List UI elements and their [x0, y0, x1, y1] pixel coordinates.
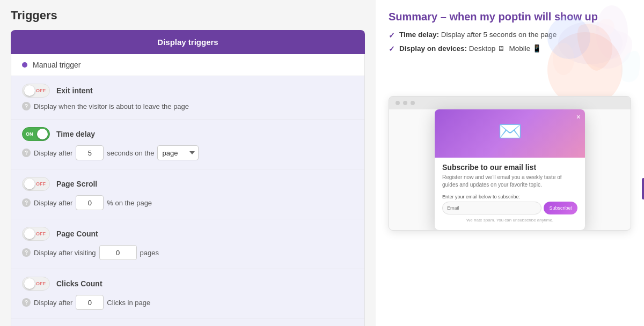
time-delay-toggle[interactable]: ON	[22, 127, 50, 141]
page-scroll-input[interactable]	[76, 195, 104, 210]
clicks-count-suffix: Clicks in page	[107, 299, 150, 307]
trigger-section-clicks-count: OFF Clicks Count ? Display after Clicks …	[11, 269, 364, 319]
time-delay-display-after: Display after	[34, 149, 72, 157]
popup-email-input[interactable]	[442, 202, 541, 214]
browser-mock: × ✉️ Subscribe to our email list Registe…	[389, 96, 631, 231]
time-delay-page-select[interactable]: page session	[157, 145, 199, 160]
trigger-section-page-scroll: OFF Page Scroll ? Display after % on the…	[11, 169, 364, 219]
trigger-section-inactivity: OFF Inactivity ? Display after seconds a…	[11, 319, 364, 326]
time-delay-help-icon[interactable]: ?	[22, 149, 31, 157]
popup-envelope-icon: ✉️	[443, 120, 576, 143]
check-icon-2: ✓	[389, 45, 395, 53]
popup-footer-text: We hate spam. You can unsubscribe anytim…	[442, 218, 577, 223]
popup-card: × ✉️ Subscribe to our email list Registe…	[435, 109, 585, 230]
time-delay-label: Time delay	[56, 130, 95, 138]
popup-subscribe-button[interactable]: Subscribe!	[544, 202, 577, 214]
exit-intent-help-icon[interactable]: ?	[22, 102, 31, 110]
svg-point-3	[598, 19, 614, 35]
page-scroll-suffix: % on the page	[107, 199, 152, 207]
trigger-section-time-delay: ON Time delay ? Display after seconds on…	[11, 120, 364, 169]
clicks-count-toggle[interactable]: OFF	[22, 277, 50, 291]
clicks-count-help-icon[interactable]: ?	[22, 298, 31, 307]
time-delay-input[interactable]	[76, 145, 104, 160]
clicks-count-display-after: Display after	[34, 299, 72, 307]
display-triggers-header: Display triggers	[11, 30, 365, 54]
popup-desc: Register now and we'll email you a weekl…	[442, 174, 577, 189]
page-count-help-icon[interactable]: ?	[22, 248, 31, 257]
popup-body: Subscribe to our email list Register now…	[435, 158, 585, 230]
clicks-count-input[interactable]	[76, 295, 104, 310]
page-scroll-help-icon[interactable]: ?	[22, 198, 31, 207]
browser-dot-2	[403, 101, 407, 105]
popup-close-button[interactable]: ×	[576, 113, 581, 121]
left-panel: Triggers Display triggers Manual trigger…	[0, 0, 376, 326]
scroll-indicator	[642, 178, 644, 199]
page-count-display-after-visiting: Display after visiting	[34, 249, 96, 257]
page-count-label: Page Count	[56, 229, 98, 238]
clicks-count-label: Clicks Count	[56, 279, 103, 288]
triggers-container: Manual trigger OFF Exit intent ? Display…	[11, 54, 365, 326]
popup-header: × ✉️	[435, 109, 585, 158]
browser-content: × ✉️ Subscribe to our email list Registe…	[389, 109, 631, 230]
page-scroll-toggle[interactable]: OFF	[22, 177, 50, 191]
exit-intent-desc: Display when the visitor is about to lea…	[34, 102, 189, 110]
page-scroll-display-after: Display after	[34, 199, 72, 207]
manual-trigger-dot	[22, 62, 27, 68]
browser-dot-1	[396, 101, 400, 105]
browser-bar	[389, 97, 631, 109]
check-icon-1: ✓	[389, 31, 395, 40]
manual-trigger-row: Manual trigger	[11, 54, 364, 76]
time-delay-mid-text: seconds on the	[107, 149, 154, 157]
preview-area: × ✉️ Subscribe to our email list Registe…	[389, 96, 631, 231]
popup-input-row: Subscribe!	[442, 202, 577, 214]
trigger-section-exit-intent: OFF Exit intent ? Display when the visit…	[11, 76, 364, 120]
page-count-toggle[interactable]: OFF	[22, 227, 50, 241]
page-title: Triggers	[11, 9, 365, 23]
popup-title: Subscribe to our email list	[442, 163, 577, 172]
exit-intent-toggle[interactable]: OFF	[22, 84, 50, 98]
manual-trigger-label: Manual trigger	[33, 61, 81, 69]
page-count-input[interactable]	[99, 245, 137, 260]
page-count-suffix: pages	[140, 249, 159, 257]
browser-dot-3	[411, 101, 415, 105]
page-scroll-label: Page Scroll	[56, 180, 97, 188]
trigger-section-page-count: OFF Page Count ? Display after visiting …	[11, 219, 364, 269]
right-panel: Summary – when my poptin will show up ✓ …	[376, 0, 644, 326]
popup-form-label: Enter your email below to subscribe:	[442, 194, 577, 199]
svg-point-2	[553, 43, 574, 75]
exit-intent-label: Exit intent	[56, 86, 93, 95]
